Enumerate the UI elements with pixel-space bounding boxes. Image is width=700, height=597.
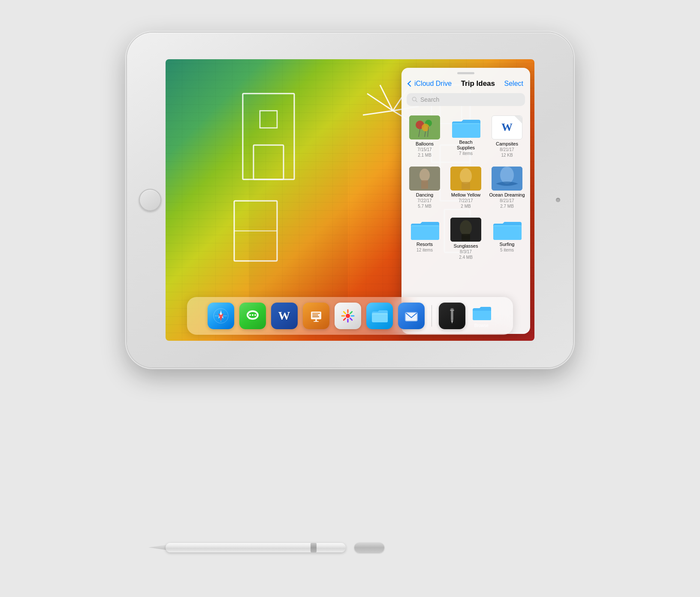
- file-thumb-mellow: [450, 167, 481, 191]
- search-placeholder: Search: [420, 96, 439, 103]
- file-item-surfing[interactable]: Surfing 5 items: [487, 214, 527, 264]
- dock-app-safari[interactable]: [208, 303, 234, 329]
- svg-rect-26: [421, 180, 428, 189]
- file-item-dancing[interactable]: Dancing 7/22/175.7 MB: [405, 163, 444, 212]
- dock-app-messages[interactable]: [239, 303, 266, 329]
- file-item-balloons[interactable]: Balloons 7/15/172.1 MB: [405, 112, 444, 161]
- file-thumb-ocean: [492, 167, 522, 191]
- folder-icon-beach: [450, 115, 481, 139]
- file-item-campsites[interactable]: W Campsites 8/21/1712 KB: [487, 112, 527, 161]
- file-name-mellow: Mellow Yellow: [451, 192, 480, 198]
- folder-icon-surfing: [492, 218, 522, 242]
- file-meta-surfing: 5 items: [500, 247, 514, 253]
- pencil-band: [311, 543, 317, 552]
- back-label: iCloud Drive: [414, 80, 452, 88]
- ipad-screen: iCloud Drive Trip Ideas Select Search: [166, 59, 534, 341]
- svg-line-57: [350, 318, 352, 320]
- file-thumb-balloons: [409, 115, 440, 139]
- file-meta-ocean: 8/21/172.7 MB: [500, 198, 514, 209]
- file-item-sunglasses[interactable]: Sunglasses 8/3/172.4 MB: [446, 214, 486, 264]
- svg-point-44: [254, 314, 256, 316]
- svg-point-25: [419, 169, 430, 182]
- svg-rect-48: [312, 316, 319, 317]
- svg-line-59: [344, 318, 345, 320]
- ipad-frame: iCloud Drive Trip Ideas Select Search: [127, 33, 573, 367]
- svg-point-31: [500, 167, 514, 184]
- svg-point-43: [252, 314, 253, 316]
- back-button[interactable]: iCloud Drive: [408, 80, 452, 88]
- apple-pencil: [148, 541, 384, 554]
- file-item-resorts[interactable]: Resorts 12 items: [405, 214, 444, 264]
- svg-rect-29: [462, 182, 470, 190]
- file-meta-campsites: 8/21/1712 KB: [500, 147, 514, 158]
- dock-app-pencil[interactable]: [439, 303, 465, 329]
- file-name-dancing: Dancing: [416, 192, 433, 198]
- dock-app-keynote[interactable]: [303, 303, 329, 329]
- screen-background: iCloud Drive Trip Ideas Select Search: [166, 59, 534, 341]
- dock-app-word[interactable]: W: [271, 303, 298, 329]
- file-thumb-dancing: [409, 167, 440, 191]
- file-name-beach: BeachSupplies: [457, 139, 475, 151]
- svg-line-8: [363, 111, 393, 115]
- file-name-ocean: Ocean Dreaming: [489, 192, 525, 198]
- file-meta-dancing: 7/22/175.7 MB: [417, 198, 431, 209]
- pencil-text: [200, 545, 286, 550]
- panel-header: iCloud Drive Trip Ideas Select: [401, 74, 530, 91]
- dock-app-mail[interactable]: [398, 303, 425, 329]
- dock-app-photos[interactable]: [335, 303, 361, 329]
- svg-rect-65: [450, 309, 454, 311]
- back-chevron-icon: [407, 80, 413, 86]
- file-name-resorts: Resorts: [416, 242, 433, 247]
- file-meta-balloons: 7/15/172.1 MB: [417, 147, 431, 158]
- file-name-surfing: Surfing: [500, 242, 515, 247]
- dock-app-browse[interactable]: [471, 303, 493, 322]
- svg-rect-46: [312, 313, 320, 314]
- svg-line-16: [416, 100, 417, 102]
- file-meta-beach: 7 items: [459, 151, 473, 156]
- svg-point-51: [346, 314, 350, 318]
- file-item-beach[interactable]: BeachSupplies 7 items: [446, 112, 486, 161]
- svg-rect-50: [314, 321, 319, 322]
- svg-marker-63: [451, 320, 453, 323]
- svg-line-56: [344, 312, 345, 313]
- svg-point-28: [460, 168, 472, 184]
- select-button[interactable]: Select: [504, 80, 523, 88]
- file-thumb-sunglasses: [450, 218, 481, 242]
- svg-rect-34: [462, 234, 470, 241]
- svg-rect-64: [450, 308, 453, 310]
- home-button[interactable]: [139, 189, 161, 211]
- camera-dot: [556, 198, 560, 202]
- file-meta-resorts: 12 items: [416, 247, 433, 253]
- svg-rect-47: [312, 315, 318, 315]
- folder-icon-resorts: [409, 218, 440, 242]
- file-item-ocean[interactable]: Ocean Dreaming 8/21/172.7 MB: [487, 163, 527, 212]
- person-silhouette: [249, 72, 348, 321]
- file-meta-mellow: 7/22/172 MB: [459, 198, 473, 209]
- search-icon: [412, 97, 418, 103]
- svg-line-58: [350, 312, 352, 313]
- dock-app-files[interactable]: [366, 303, 393, 329]
- file-meta-sunglasses: 8/3/172.4 MB: [459, 249, 473, 260]
- file-name-balloons: Balloons: [416, 141, 434, 147]
- search-bar[interactable]: Search: [407, 93, 525, 106]
- files-panel: iCloud Drive Trip Ideas Select Search: [401, 68, 530, 334]
- svg-point-33: [460, 220, 472, 236]
- file-thumb-campsites: W: [492, 115, 522, 139]
- pencil-cap: [354, 542, 384, 553]
- svg-point-42: [249, 314, 251, 316]
- panel-title: Trip Ideas: [461, 79, 495, 88]
- dock-divider: [431, 305, 432, 327]
- dock-browse-area[interactable]: Browse: [471, 303, 493, 328]
- browse-label: Browse: [474, 323, 489, 328]
- file-item-mellow[interactable]: Mellow Yellow 7/22/172 MB: [446, 163, 486, 212]
- scene: iCloud Drive Trip Ideas Select Search: [93, 20, 607, 578]
- dock: W: [187, 297, 513, 335]
- file-name-sunglasses: Sunglasses: [454, 243, 478, 249]
- file-name-campsites: Campsites: [496, 141, 518, 147]
- pencil-body: [166, 543, 346, 552]
